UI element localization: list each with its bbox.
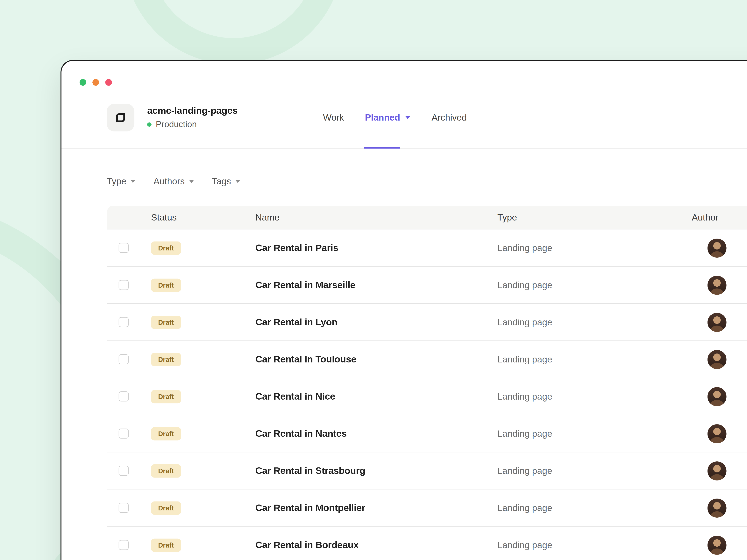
- chevron-down-icon: [405, 116, 410, 119]
- window-dot-green[interactable]: [80, 79, 86, 86]
- window-titlebar: [61, 61, 747, 85]
- project-name: acme-landing-pages: [147, 105, 238, 116]
- user-avatar: [707, 535, 727, 555]
- chevron-down-icon: [189, 180, 194, 183]
- row-type: Landing page: [497, 354, 692, 365]
- user-avatar: [707, 387, 727, 406]
- row-type: Landing page: [497, 243, 692, 253]
- filter-type[interactable]: Type: [107, 176, 135, 187]
- filter-type-label: Type: [107, 176, 126, 187]
- status-badge: Draft: [151, 241, 181, 255]
- row-type: Landing page: [497, 317, 692, 327]
- user-avatar: [707, 461, 727, 480]
- row-type: Landing page: [497, 391, 692, 402]
- table-row[interactable]: Draft Car Rental in Marseille Landing pa…: [107, 267, 747, 304]
- environment-status-dot: [147, 122, 152, 127]
- environment-row: Production: [147, 119, 238, 130]
- table-row[interactable]: Draft Car Rental in Bordeaux Landing pag…: [107, 527, 747, 560]
- tab-bar: Work Planned Archived: [323, 87, 467, 148]
- column-header-name: Name: [255, 212, 497, 223]
- user-avatar: [707, 424, 727, 443]
- status-badge: Draft: [151, 315, 181, 329]
- filter-tags[interactable]: Tags: [212, 176, 240, 187]
- user-avatar: [707, 498, 727, 517]
- status-badge: Draft: [151, 501, 181, 515]
- table-row[interactable]: Draft Car Rental in Lyon Landing page: [107, 304, 747, 341]
- row-checkbox[interactable]: [119, 466, 129, 476]
- column-header-status: Status: [140, 212, 255, 223]
- table-row[interactable]: Draft Car Rental in Paris Landing page: [107, 230, 747, 267]
- table-body: Draft Car Rental in Paris Landing page D…: [107, 230, 747, 560]
- environment-label: Production: [156, 119, 197, 130]
- row-checkbox[interactable]: [119, 540, 129, 550]
- row-name: Car Rental in Toulouse: [255, 354, 497, 365]
- column-header-author: Author: [692, 212, 747, 223]
- row-name: Car Rental in Montpellier: [255, 502, 497, 513]
- content-table: Status Name Type Author Draft Car Rental…: [107, 206, 747, 560]
- row-type: Landing page: [497, 465, 692, 476]
- row-name: Car Rental in Nice: [255, 391, 497, 402]
- row-type: Landing page: [497, 503, 692, 513]
- table-row[interactable]: Draft Car Rental in Nice Landing page: [107, 378, 747, 415]
- column-header-type: Type: [497, 212, 692, 223]
- filter-authors[interactable]: Authors: [153, 176, 194, 187]
- project-title-block: acme-landing-pages Production: [147, 105, 238, 130]
- tab-archived-label: Archived: [432, 112, 467, 123]
- tab-archived[interactable]: Archived: [432, 87, 467, 148]
- status-badge: Draft: [151, 352, 181, 366]
- filter-authors-label: Authors: [153, 176, 185, 187]
- row-checkbox[interactable]: [119, 243, 129, 253]
- status-badge: Draft: [151, 427, 181, 441]
- row-name: Car Rental in Paris: [255, 242, 497, 254]
- row-type: Landing page: [497, 428, 692, 439]
- row-name: Car Rental in Bordeaux: [255, 540, 497, 551]
- row-type: Landing page: [497, 280, 692, 290]
- app-window: acme-landing-pages Production Work Plann…: [60, 60, 747, 560]
- chevron-down-icon: [235, 180, 240, 183]
- chevron-down-icon: [131, 180, 135, 183]
- row-name: Car Rental in Marseille: [255, 279, 497, 291]
- row-checkbox[interactable]: [119, 280, 129, 290]
- row-checkbox[interactable]: [119, 503, 129, 513]
- decorative-ring: [124, 0, 343, 64]
- filter-tags-label: Tags: [212, 176, 231, 187]
- row-checkbox[interactable]: [119, 392, 129, 401]
- table-row[interactable]: Draft Car Rental in Strasbourg Landing p…: [107, 452, 747, 489]
- desktop-background: acme-landing-pages Production Work Plann…: [0, 0, 747, 560]
- tab-work[interactable]: Work: [323, 87, 344, 148]
- row-name: Car Rental in Nantes: [255, 428, 497, 439]
- table-row[interactable]: Draft Car Rental in Montpellier Landing …: [107, 489, 747, 527]
- row-checkbox[interactable]: [119, 317, 129, 327]
- user-avatar: [707, 350, 727, 369]
- row-type: Landing page: [497, 540, 692, 550]
- app-header: acme-landing-pages Production Work Plann…: [61, 87, 747, 149]
- status-badge: Draft: [151, 464, 181, 478]
- tab-work-label: Work: [323, 112, 344, 123]
- row-name: Car Rental in Lyon: [255, 317, 497, 328]
- row-checkbox[interactable]: [119, 429, 129, 438]
- window-dot-red[interactable]: [105, 79, 112, 86]
- status-badge: Draft: [151, 278, 181, 292]
- table-row[interactable]: Draft Car Rental in Nantes Landing page: [107, 415, 747, 452]
- window-dot-orange[interactable]: [93, 79, 99, 86]
- user-avatar: [707, 238, 727, 258]
- user-avatar: [707, 275, 727, 295]
- status-badge: Draft: [151, 390, 181, 403]
- tab-planned-label: Planned: [365, 112, 400, 123]
- tab-planned[interactable]: Planned: [365, 87, 411, 148]
- table-header: Status Name Type Author: [107, 206, 747, 230]
- filter-bar: Type Authors Tags: [61, 149, 747, 187]
- user-avatar: [707, 313, 727, 332]
- table-row[interactable]: Draft Car Rental in Toulouse Landing pag…: [107, 341, 747, 378]
- app-logo-icon: [107, 104, 134, 131]
- row-name: Car Rental in Strasbourg: [255, 465, 497, 476]
- row-checkbox[interactable]: [119, 354, 129, 364]
- status-badge: Draft: [151, 538, 181, 552]
